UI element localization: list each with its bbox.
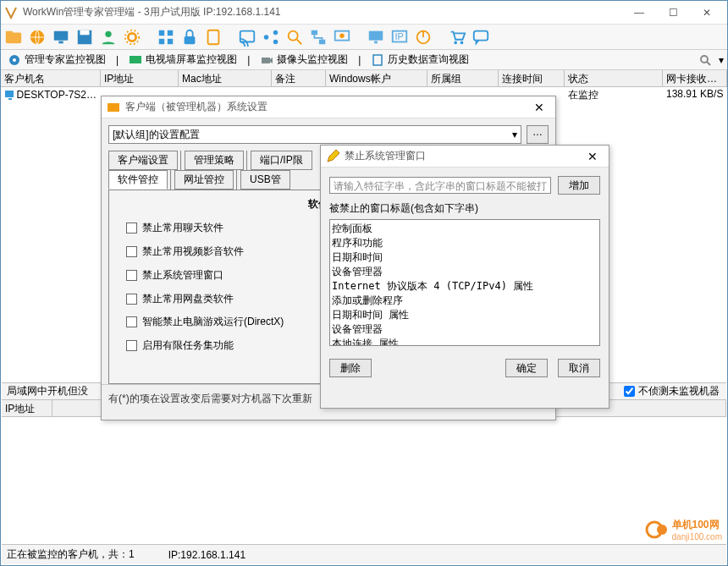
doc-icon bbox=[371, 53, 384, 67]
search-small-icon[interactable] bbox=[698, 53, 712, 67]
checkbox[interactable] bbox=[126, 340, 137, 351]
checkbox[interactable] bbox=[126, 316, 137, 327]
view-monitor[interactable]: 管理专家监控视图 bbox=[4, 51, 109, 69]
folder-icon[interactable] bbox=[4, 28, 23, 47]
no-detect-checkbox[interactable] bbox=[624, 386, 635, 397]
save-icon[interactable] bbox=[75, 28, 94, 47]
cast-icon[interactable] bbox=[238, 28, 256, 47]
svg-rect-15 bbox=[208, 30, 219, 44]
ok-button[interactable]: 确定 bbox=[505, 359, 548, 377]
view-camera[interactable]: 摄像头监控视图 bbox=[256, 51, 351, 69]
minimize-button[interactable]: — bbox=[622, 3, 656, 22]
monitor-icon[interactable] bbox=[52, 28, 70, 47]
ip-icon[interactable]: IP bbox=[390, 28, 409, 47]
gear-icon[interactable] bbox=[123, 28, 141, 47]
menu-label: 管理专家监控视图 bbox=[25, 52, 106, 67]
chevron-down-icon[interactable]: ▾ bbox=[719, 54, 724, 66]
app-icon bbox=[4, 6, 18, 19]
user-icon[interactable] bbox=[99, 28, 118, 47]
svg-point-41 bbox=[701, 56, 708, 63]
checkbox[interactable] bbox=[126, 270, 137, 281]
add-button[interactable]: 增加 bbox=[558, 176, 600, 195]
tab-url[interactable]: 网址管控 bbox=[174, 170, 234, 190]
status-clients: 正在被监控的客户机，共：1 bbox=[7, 547, 135, 562]
combo-value: [默认组]的设置配置 bbox=[113, 128, 200, 142]
no-detect-check[interactable]: 不侦测未监视机器 bbox=[624, 384, 720, 398]
delete-button[interactable]: 删除 bbox=[329, 359, 372, 377]
svg-rect-22 bbox=[312, 30, 317, 35]
svg-text:IP: IP bbox=[395, 30, 404, 41]
main-toolbar: IP bbox=[1, 25, 727, 50]
config-titlebar[interactable]: 客户端（被管理机器）系统设置 ✕ bbox=[102, 96, 555, 118]
th-account[interactable]: Windows帐户 bbox=[326, 70, 427, 86]
no-detect-label: 不侦测未监视机器 bbox=[638, 384, 720, 398]
cancel-button[interactable]: 取消 bbox=[558, 359, 600, 377]
status-ip: IP:192.168.1.141 bbox=[168, 549, 245, 561]
feature-input[interactable]: 请输入特征字串，含此字串的窗口标题不能被打 bbox=[329, 177, 551, 194]
chat-icon[interactable] bbox=[472, 28, 490, 47]
clipboard-icon[interactable] bbox=[204, 28, 223, 47]
desktop-icon[interactable] bbox=[333, 28, 351, 47]
banned-list[interactable] bbox=[329, 219, 600, 346]
svg-point-46 bbox=[657, 525, 667, 535]
view-tvwall[interactable]: 电视墙屏幕监控视图 bbox=[125, 51, 240, 69]
svg-rect-6 bbox=[80, 30, 90, 35]
tab-port[interactable]: 端口/IP限 bbox=[251, 151, 312, 170]
view-history[interactable]: 历史数据查询视图 bbox=[367, 51, 472, 69]
tab-software[interactable]: 软件管控 bbox=[108, 170, 168, 190]
th-name[interactable]: 客户机名 bbox=[1, 70, 101, 86]
network-icon[interactable] bbox=[309, 28, 328, 47]
svg-rect-4 bbox=[58, 41, 63, 43]
menu-label: 历史数据查询视图 bbox=[388, 52, 469, 67]
power-icon[interactable] bbox=[414, 28, 433, 47]
svg-rect-16 bbox=[240, 30, 255, 41]
cell-status: 在监控 bbox=[565, 87, 663, 102]
svg-point-8 bbox=[128, 33, 135, 41]
th-group[interactable]: 所属组 bbox=[427, 70, 499, 86]
browse-button[interactable]: … bbox=[527, 125, 549, 144]
cell-rate: 138.91 KB/S bbox=[663, 87, 727, 102]
svg-line-42 bbox=[707, 62, 710, 65]
svg-rect-38 bbox=[262, 58, 270, 63]
config-title: 客户端（被管理机器）系统设置 bbox=[125, 100, 528, 114]
th-ip2[interactable]: IP地址 bbox=[2, 400, 52, 416]
checkbox[interactable] bbox=[126, 246, 137, 257]
grid-icon[interactable] bbox=[157, 28, 175, 47]
tab-usb[interactable]: USB管 bbox=[240, 170, 290, 190]
menu-label: 电视墙屏幕监控视图 bbox=[146, 52, 237, 67]
th-conn[interactable]: 连接时间 bbox=[499, 70, 565, 86]
globe-icon[interactable] bbox=[28, 28, 47, 47]
th-remark[interactable]: 备注 bbox=[272, 70, 326, 86]
config-close-button[interactable]: ✕ bbox=[528, 101, 550, 114]
chevron-down-icon: ▾ bbox=[512, 129, 517, 140]
svg-point-17 bbox=[264, 35, 269, 40]
tab-client[interactable]: 客户端设置 bbox=[108, 151, 178, 170]
pencil-icon bbox=[326, 150, 339, 163]
svg-rect-12 bbox=[159, 38, 164, 43]
svg-rect-40 bbox=[373, 55, 382, 65]
svg-rect-14 bbox=[185, 36, 196, 44]
group-combo[interactable]: [默认组]的设置配置 ▾ bbox=[108, 125, 521, 144]
main-titlebar[interactable]: WorkWin管理专家管理端 - 3用户试用版 IP:192.168.1.141… bbox=[1, 1, 727, 25]
th-status[interactable]: 状态 bbox=[565, 70, 663, 86]
th-ip[interactable]: IP地址 bbox=[101, 70, 179, 86]
cart-icon[interactable] bbox=[448, 28, 466, 47]
checkbox[interactable] bbox=[126, 223, 137, 234]
svg-point-20 bbox=[289, 30, 298, 40]
ban-titlebar[interactable]: 禁止系统管理窗口 ✕ bbox=[321, 146, 609, 168]
screen-icon[interactable] bbox=[367, 28, 385, 47]
maximize-button[interactable]: ☐ bbox=[656, 3, 690, 22]
lock-icon[interactable] bbox=[180, 28, 199, 47]
cell-name: DESKTOP-7S2… bbox=[17, 89, 97, 101]
th-mac[interactable]: Mac地址 bbox=[179, 70, 272, 86]
share-icon[interactable] bbox=[262, 28, 280, 47]
th-rate[interactable]: 网卡接收… bbox=[663, 70, 727, 86]
search-icon[interactable] bbox=[285, 28, 304, 47]
pc-icon bbox=[4, 90, 14, 100]
checkbox[interactable] bbox=[126, 294, 137, 305]
close-button[interactable]: ✕ bbox=[690, 3, 724, 22]
client-table-header: 客户机名 IP地址 Mac地址 备注 Windows帐户 所属组 连接时间 状态… bbox=[1, 70, 727, 87]
ban-title: 禁止系统管理窗口 bbox=[345, 149, 582, 163]
tab-policy[interactable]: 管理策略 bbox=[185, 151, 244, 170]
ban-close-button[interactable]: ✕ bbox=[582, 150, 604, 163]
